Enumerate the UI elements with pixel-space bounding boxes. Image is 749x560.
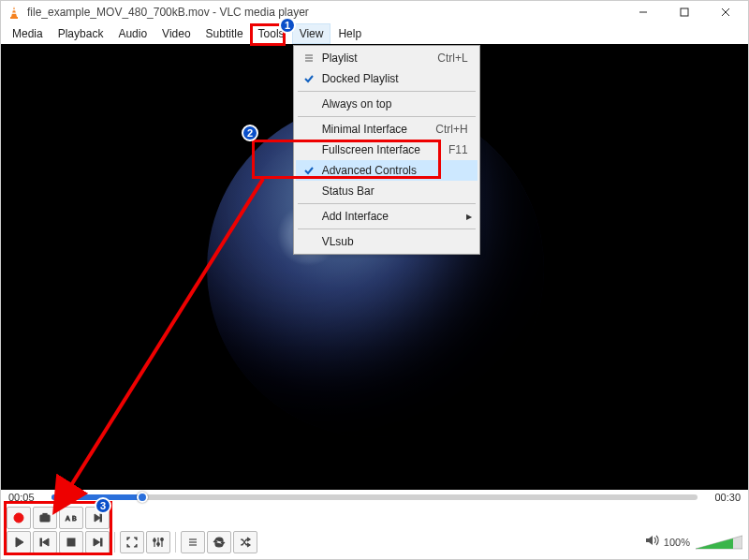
svg-rect-5 bbox=[681, 8, 688, 16]
record-button[interactable] bbox=[7, 507, 31, 529]
svg-rect-3 bbox=[12, 13, 17, 14]
svg-point-28 bbox=[154, 539, 156, 542]
check-icon bbox=[300, 73, 318, 84]
menu-view-fullscreen-interface[interactable]: Fullscreen Interface F11 bbox=[296, 140, 477, 160]
fullscreen-button[interactable] bbox=[120, 531, 144, 553]
close-button[interactable] bbox=[705, 1, 746, 23]
prev-track-button[interactable] bbox=[33, 531, 57, 553]
menu-separator bbox=[298, 91, 476, 92]
menu-playback[interactable]: Playback bbox=[51, 23, 111, 44]
menu-view-status-bar[interactable]: Status Bar bbox=[296, 181, 477, 201]
titlebar: file_example_MOV_480_700kB.mov - VLC med… bbox=[1, 1, 748, 23]
loop-button[interactable] bbox=[207, 531, 231, 553]
menu-subtitle[interactable]: Subtitle bbox=[198, 23, 251, 44]
svg-point-29 bbox=[157, 543, 160, 546]
menu-view-minimal-interface[interactable]: Minimal Interface Ctrl+H bbox=[296, 119, 477, 140]
advanced-controls-row: AB bbox=[7, 507, 742, 529]
menu-separator bbox=[298, 203, 476, 204]
playlist-button[interactable] bbox=[181, 531, 205, 553]
menu-media[interactable]: Media bbox=[5, 23, 51, 44]
volume-slider[interactable] bbox=[696, 534, 742, 551]
svg-marker-21 bbox=[43, 538, 50, 546]
menubar: Media Playback Audio Video Subtitle Tool… bbox=[1, 23, 748, 44]
svg-marker-17 bbox=[95, 514, 100, 522]
menu-separator bbox=[298, 228, 476, 229]
elapsed-time[interactable]: 00:05 bbox=[8, 492, 46, 503]
seek-slider[interactable] bbox=[51, 494, 698, 500]
volume-control: 100% bbox=[645, 534, 742, 551]
vlc-cone-icon bbox=[7, 5, 22, 20]
svg-marker-23 bbox=[94, 538, 100, 546]
menu-view-vlsub[interactable]: VLsub bbox=[296, 231, 477, 252]
control-separator bbox=[175, 532, 176, 553]
list-icon bbox=[300, 52, 318, 64]
menu-view-add-interface[interactable]: Add Interface bbox=[296, 206, 477, 227]
seek-knob[interactable] bbox=[137, 492, 148, 503]
control-separator bbox=[114, 532, 115, 553]
svg-marker-19 bbox=[16, 538, 23, 547]
seek-row: 00:05 00:30 bbox=[1, 490, 748, 505]
window-controls bbox=[623, 1, 746, 23]
menu-view-always-on-top[interactable]: Always on top bbox=[296, 94, 477, 114]
svg-marker-34 bbox=[646, 536, 653, 545]
svg-rect-14 bbox=[43, 514, 47, 516]
controls-panel: AB 100% bbox=[1, 505, 748, 559]
view-dropdown: Playlist Ctrl+L Docked Playlist Always o… bbox=[293, 45, 480, 255]
svg-rect-2 bbox=[12, 9, 16, 10]
menu-view[interactable]: View Playlist Ctrl+L Docked Playlist Alw… bbox=[292, 23, 331, 44]
svg-point-30 bbox=[161, 538, 164, 541]
frame-step-button[interactable] bbox=[85, 507, 110, 529]
volume-percent: 100% bbox=[664, 537, 690, 548]
svg-point-11 bbox=[14, 513, 23, 523]
minimize-button[interactable] bbox=[623, 1, 664, 23]
svg-rect-24 bbox=[101, 538, 103, 546]
menu-help[interactable]: Help bbox=[330, 23, 369, 44]
next-track-button[interactable] bbox=[85, 531, 110, 553]
svg-point-13 bbox=[43, 517, 47, 521]
window-title: file_example_MOV_480_700kB.mov - VLC med… bbox=[27, 6, 623, 19]
loop-ab-button[interactable]: AB bbox=[59, 507, 83, 529]
play-button[interactable] bbox=[7, 531, 31, 553]
menu-tools[interactable]: Tools bbox=[251, 23, 292, 44]
svg-rect-22 bbox=[67, 538, 75, 546]
menu-view-docked-playlist[interactable]: Docked Playlist bbox=[296, 68, 477, 89]
menu-audio[interactable]: Audio bbox=[110, 23, 154, 44]
total-time[interactable]: 00:30 bbox=[703, 492, 741, 503]
speaker-icon[interactable] bbox=[645, 534, 660, 551]
menu-separator bbox=[298, 116, 476, 117]
vlc-window: file_example_MOV_480_700kB.mov - VLC med… bbox=[0, 0, 749, 560]
svg-rect-20 bbox=[40, 538, 42, 546]
menu-view-advanced-controls[interactable]: Advanced Controls bbox=[296, 160, 477, 181]
seek-progress bbox=[51, 494, 142, 500]
maximize-button[interactable] bbox=[664, 1, 705, 23]
check-icon bbox=[300, 165, 318, 176]
menu-view-playlist[interactable]: Playlist Ctrl+L bbox=[296, 48, 477, 68]
stop-button[interactable] bbox=[59, 531, 83, 553]
svg-rect-1 bbox=[10, 17, 18, 19]
snapshot-button[interactable] bbox=[33, 507, 57, 529]
svg-text:B: B bbox=[72, 515, 77, 522]
svg-rect-18 bbox=[100, 514, 102, 522]
menu-video[interactable]: Video bbox=[154, 23, 198, 44]
svg-marker-0 bbox=[11, 7, 17, 17]
extended-settings-button[interactable] bbox=[146, 531, 170, 553]
svg-text:A: A bbox=[66, 515, 70, 522]
main-controls-row: 100% bbox=[7, 531, 742, 553]
shuffle-button[interactable] bbox=[233, 531, 257, 553]
